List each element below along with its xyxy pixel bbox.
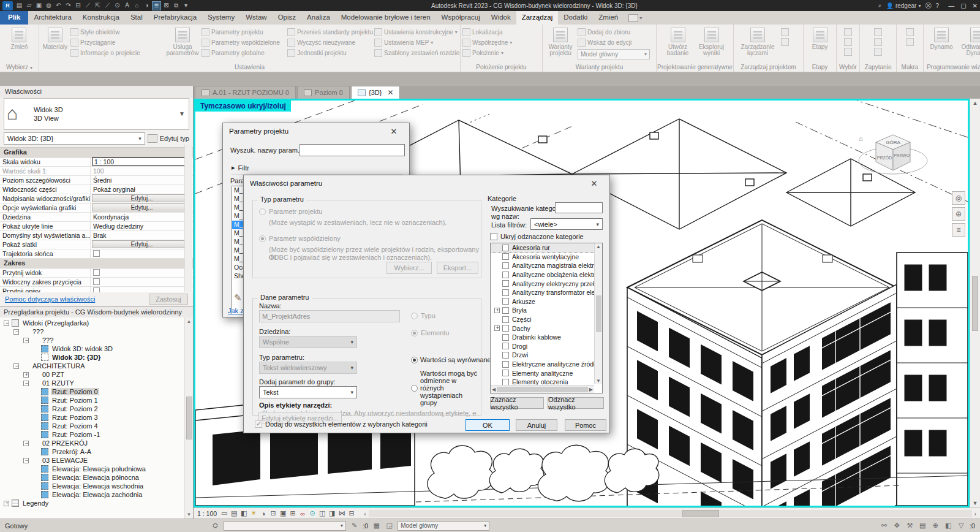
ribbon-tab[interactable]: Systemy [202,11,240,25]
tree-item[interactable]: Elewacja: Elewacja zachodnia [0,490,193,499]
category-item[interactable]: Drogi [491,342,602,351]
instance-radio[interactable] [411,330,418,336]
category-checkbox[interactable] [502,298,509,305]
tree-expander[interactable] [23,441,29,446]
tree-expander[interactable] [23,372,29,378]
sync-status-icon[interactable]: ▦ [372,521,381,530]
tree-item[interactable]: Przekrój: A-A [0,447,193,456]
canvas-horizontal-scrollbar[interactable]: ‹ › [364,509,976,518]
filter-expander-icon[interactable]: ▸ [232,164,235,172]
worksharing-display-icon[interactable]: ⊟ [347,509,356,518]
property-value[interactable]: Koordynacja [92,213,129,221]
category-checkbox[interactable] [502,316,509,323]
show-crop-region-icon[interactable]: ⊞ [288,509,297,518]
category-item[interactable]: Arkusze [491,297,602,306]
select-shared-button[interactable]: Wybierz... [386,262,432,274]
filter-icon[interactable]: ▽ [957,521,966,530]
category-item[interactable]: Elektryczne analityczne źródło za [491,360,602,369]
ribbon-small-button[interactable]: Położenie▾ [462,49,512,57]
properties-header[interactable]: Właściwości [0,86,193,98]
reveal-hidden-elements-icon[interactable]: ⊙ [308,509,317,518]
category-checkbox[interactable] [502,352,509,359]
steering-wheel-icon[interactable]: ◎ [952,191,965,205]
redo-icon[interactable]: ↷ [64,1,73,10]
tree-expander[interactable] [4,321,9,326]
edit-button[interactable]: Edytuj... [92,240,192,248]
values-aligned-radio[interactable] [411,357,418,363]
tab-file[interactable]: Plik [0,11,28,25]
dialog-title-bar[interactable]: Właściwości parametru ✕ [244,175,609,191]
category-checkbox[interactable] [502,343,509,349]
ribbon-small-button[interactable]: Przyciąganie [70,39,164,47]
close-hidden-windows-icon[interactable]: ⊠ [162,1,171,10]
text-icon[interactable]: A [123,1,132,10]
aligned-dimension-icon[interactable]: ⇱ [93,1,102,10]
print-icon[interactable]: ⊟ [74,1,83,10]
category-item[interactable]: Dachy [491,324,602,333]
minimize-button[interactable]: — [948,2,954,9]
tree-item[interactable]: 03 ELEWACJE [0,456,193,465]
property-value[interactable]: Pokaż oryginał [92,186,135,193]
ribbon-tab[interactable]: Zmień [593,11,624,25]
temporary-view-properties-icon[interactable]: ◫ [318,509,326,518]
category-expander[interactable] [494,308,500,313]
file-manager-icon[interactable]: ▤ [15,1,24,10]
tree-item[interactable]: Widok 3D: widok 3D [0,344,193,353]
phases-button[interactable]: Etapy [807,26,834,61]
properties-help-link[interactable]: Pomoc dotycząca właściwości [5,295,95,303]
ribbon-small-button[interactable]: Współrzędne▾ [462,39,512,47]
browser-scrollbar[interactable]: ▲▼ [184,317,193,519]
tree-item[interactable]: ??? [0,327,193,336]
category-item[interactable]: Analityczny transformator elektryczny [491,288,602,297]
ribbon-small-button[interactable]: Ustawienia konstrukcyjne▾ [374,28,460,36]
default-3d-view-icon[interactable]: ⌂ [132,1,141,10]
filter-expander-label[interactable]: Filtr [238,164,249,172]
select-links-icon[interactable]: ⚒ [905,521,914,530]
tree-item[interactable]: Rzut: Poziom 0 [0,387,193,396]
reveal-constraints-icon[interactable]: ⋈ [337,509,346,518]
ribbon-small-button[interactable]: Parametry projektu [202,28,286,36]
check-all-button[interactable]: Zaznacz wszystko [490,397,544,409]
add-to-all-checkbox[interactable] [255,420,262,428]
category-item[interactable]: Drzwi [491,351,602,360]
property-value[interactable]: Według dziedziny [92,222,143,230]
tree-item[interactable]: 00 PZT [0,370,193,379]
tree-item[interactable]: Rzut: Poziom 3 [0,413,193,422]
save-icon[interactable]: ▣ [34,1,43,10]
hide-analytical-model-icon[interactable]: ◨ [328,509,336,518]
parameter-type-select[interactable]: Tekst wielowierszowy▾ [259,362,357,374]
edit-parameter-icon[interactable]: ✎ [234,292,242,303]
design-options-button[interactable]: Wariantyprojektu [545,26,576,61]
canvas-vertical-scrollbar[interactable]: ▲▼ [970,99,980,507]
tree-item[interactable]: Elewacja: Elewacja północna [0,473,193,482]
detail-line-icon[interactable]: ⟋ [103,1,112,10]
export-shared-button[interactable]: Eksport... [437,262,478,274]
tree-item[interactable]: Elewacja: Elewacja południowa [0,465,193,473]
help-icon[interactable]: ? [936,2,940,9]
select-by-face-icon[interactable]: ◧ [944,521,953,530]
ribbon-tab[interactable]: Dodatki [558,11,593,25]
cancel-button[interactable]: Anuluj [516,419,557,431]
category-item[interactable]: Akcesoria rur [491,243,602,253]
tree-item[interactable]: Legendy [0,499,193,507]
property-value[interactable]: Średni [92,177,111,184]
crop-view-icon[interactable]: ▣ [279,509,287,518]
category-item[interactable]: Drabinki kablowe [491,333,602,342]
category-checkbox[interactable] [502,280,509,287]
tree-item[interactable]: Rzut: Poziom 1 [0,396,193,405]
tree-item[interactable]: 02 PRZEKRÓJ [0,439,193,447]
categories-listbox[interactable]: Akcesoria rur Akcesoria wentylacyjne Ana… [490,243,603,393]
tree-item[interactable]: Widoki (Przeglądarka) [0,319,193,327]
ribbon-tab[interactable]: Prefabrykacja [148,11,202,25]
property-checkbox[interactable] [93,278,100,285]
view-tab[interactable]: A.01 - RZUT POZIOMU 0 [195,86,296,99]
close-dialog-icon[interactable]: ✕ [585,179,603,188]
ribbon-small-button[interactable]: Parametry współdzielone [202,39,286,47]
tree-expander[interactable] [13,363,19,369]
property-value[interactable]: Brak [92,232,107,239]
section-grafika[interactable]: Grafika^ [0,148,193,158]
sync-icon[interactable]: ◍ [44,1,53,10]
element-select[interactable]: Widok 3D: {3D}▾ [4,132,145,145]
property-checkbox[interactable] [93,269,100,276]
category-checkbox[interactable] [502,253,509,260]
